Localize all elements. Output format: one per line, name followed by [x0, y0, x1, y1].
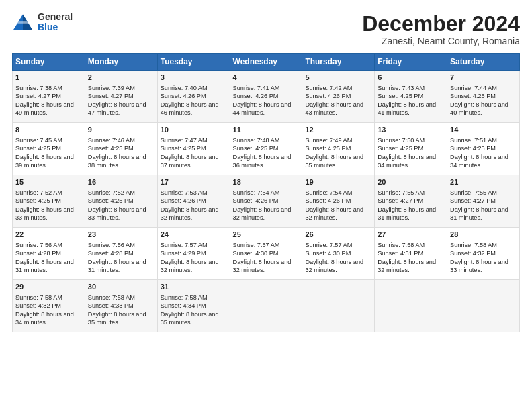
sunrise-label: Sunrise: 7:58 AM [88, 294, 135, 301]
sunset-label: Sunset: 4:25 PM [378, 145, 423, 152]
day-number: 23 [88, 230, 154, 240]
day-cell-2: 2Sunrise: 7:39 AMSunset: 4:27 PMDaylight… [85, 71, 157, 123]
day-number: 1 [15, 73, 82, 83]
empty-cell [302, 280, 375, 332]
col-header-tuesday: Tuesday [157, 54, 230, 71]
daylight-label: Daylight: 8 hours and 32 minutes. [161, 259, 219, 273]
sunset-label: Sunset: 4:26 PM [161, 197, 206, 204]
day-cell-28: 28Sunrise: 7:58 AMSunset: 4:32 PMDayligh… [447, 228, 520, 280]
daylight-label: Daylight: 8 hours and 38 minutes. [88, 154, 146, 169]
daylight-label: Daylight: 8 hours and 36 minutes. [233, 154, 292, 169]
daylight-label: Daylight: 8 hours and 32 minutes. [161, 206, 219, 221]
day-cell-13: 13Sunrise: 7:50 AMSunset: 4:25 PMDayligh… [375, 123, 447, 175]
day-cell-29: 29Sunrise: 7:58 AMSunset: 4:32 PMDayligh… [13, 280, 85, 332]
sunset-label: Sunset: 4:26 PM [161, 93, 206, 99]
day-number: 24 [161, 230, 227, 240]
daylight-label: Daylight: 8 hours and 35 minutes. [161, 311, 219, 326]
sunrise-label: Sunrise: 7:54 AM [233, 189, 280, 196]
week-row-4: 22Sunrise: 7:56 AMSunset: 4:28 PMDayligh… [13, 228, 520, 280]
day-cell-30: 30Sunrise: 7:58 AMSunset: 4:33 PMDayligh… [85, 280, 157, 332]
day-number: 10 [161, 125, 227, 135]
sunset-label: Sunset: 4:30 PM [305, 250, 351, 257]
day-cell-24: 24Sunrise: 7:57 AMSunset: 4:29 PMDayligh… [157, 228, 230, 280]
sunset-label: Sunset: 4:26 PM [305, 93, 351, 99]
sunrise-label: Sunrise: 7:39 AM [88, 85, 135, 91]
col-header-saturday: Saturday [447, 54, 520, 71]
daylight-label: Daylight: 8 hours and 32 minutes. [233, 206, 292, 221]
title-block: December 2024 Zanesti, Neamt County, Rom… [362, 12, 520, 46]
day-cell-9: 9Sunrise: 7:46 AMSunset: 4:25 PMDaylight… [85, 123, 157, 175]
day-number: 11 [233, 125, 300, 135]
sunset-label: Sunset: 4:32 PM [15, 302, 61, 309]
sunset-label: Sunset: 4:31 PM [378, 250, 423, 257]
sunset-label: Sunset: 4:26 PM [233, 93, 279, 99]
day-number: 12 [305, 125, 371, 135]
day-number: 15 [15, 177, 82, 187]
daylight-label: Daylight: 8 hours and 34 minutes. [450, 154, 508, 169]
day-number: 16 [88, 177, 154, 187]
daylight-label: Daylight: 8 hours and 31 minutes. [88, 259, 146, 273]
page: General Blue December 2024 Zanesti, Neam… [0, 0, 532, 411]
day-cell-16: 16Sunrise: 7:52 AMSunset: 4:25 PMDayligh… [85, 175, 157, 228]
day-number: 22 [15, 230, 82, 240]
daylight-label: Daylight: 8 hours and 32 minutes. [233, 259, 292, 273]
sunset-label: Sunset: 4:27 PM [88, 93, 134, 99]
sunrise-label: Sunrise: 7:43 AM [378, 85, 425, 91]
sunrise-label: Sunrise: 7:55 AM [450, 189, 497, 196]
daylight-label: Daylight: 8 hours and 33 minutes. [88, 206, 146, 221]
week-row-1: 1Sunrise: 7:38 AMSunset: 4:27 PMDaylight… [13, 71, 520, 123]
day-number: 29 [15, 282, 82, 292]
sunset-label: Sunset: 4:25 PM [305, 145, 351, 152]
day-number: 9 [88, 125, 154, 135]
day-cell-20: 20Sunrise: 7:55 AMSunset: 4:27 PMDayligh… [375, 175, 447, 228]
logo-text: General Blue [38, 12, 73, 33]
sunrise-label: Sunrise: 7:47 AM [161, 137, 208, 144]
sunrise-label: Sunrise: 7:46 AM [88, 137, 135, 144]
day-number: 8 [15, 125, 82, 135]
sunset-label: Sunset: 4:25 PM [233, 145, 279, 152]
day-number: 27 [378, 230, 444, 240]
sunrise-label: Sunrise: 7:55 AM [378, 189, 425, 196]
day-number: 30 [88, 282, 154, 292]
sunrise-label: Sunrise: 7:57 AM [305, 242, 352, 248]
day-cell-11: 11Sunrise: 7:48 AMSunset: 4:25 PMDayligh… [230, 123, 302, 175]
week-row-5: 29Sunrise: 7:58 AMSunset: 4:32 PMDayligh… [13, 280, 520, 332]
sunset-label: Sunset: 4:25 PM [88, 197, 134, 204]
daylight-label: Daylight: 8 hours and 34 minutes. [15, 311, 74, 326]
day-cell-18: 18Sunrise: 7:54 AMSunset: 4:26 PMDayligh… [230, 175, 302, 228]
daylight-label: Daylight: 8 hours and 34 minutes. [378, 154, 436, 169]
location-subtitle: Zanesti, Neamt County, Romania [362, 36, 520, 46]
daylight-label: Daylight: 8 hours and 41 minutes. [378, 101, 436, 116]
daylight-label: Daylight: 8 hours and 46 minutes. [161, 101, 219, 116]
sunset-label: Sunset: 4:27 PM [15, 93, 61, 99]
day-number: 6 [378, 73, 444, 83]
day-cell-6: 6Sunrise: 7:43 AMSunset: 4:25 PMDaylight… [375, 71, 447, 123]
day-number: 31 [161, 282, 227, 292]
sunset-label: Sunset: 4:26 PM [233, 197, 279, 204]
week-row-2: 8Sunrise: 7:45 AMSunset: 4:25 PMDaylight… [13, 123, 520, 175]
day-cell-22: 22Sunrise: 7:56 AMSunset: 4:28 PMDayligh… [13, 228, 85, 280]
day-cell-10: 10Sunrise: 7:47 AMSunset: 4:25 PMDayligh… [157, 123, 230, 175]
sunset-label: Sunset: 4:25 PM [450, 93, 496, 99]
day-number: 2 [88, 73, 154, 83]
daylight-label: Daylight: 8 hours and 37 minutes. [161, 154, 219, 169]
sunset-label: Sunset: 4:29 PM [161, 250, 206, 257]
daylight-label: Daylight: 8 hours and 33 minutes. [15, 206, 74, 221]
day-cell-21: 21Sunrise: 7:55 AMSunset: 4:27 PMDayligh… [447, 175, 520, 228]
daylight-label: Daylight: 8 hours and 43 minutes. [305, 101, 363, 116]
svg-rect-2 [17, 22, 29, 24]
day-cell-12: 12Sunrise: 7:49 AMSunset: 4:25 PMDayligh… [302, 123, 375, 175]
sunrise-label: Sunrise: 7:58 AM [161, 294, 208, 301]
daylight-label: Daylight: 8 hours and 33 minutes. [450, 259, 508, 273]
sunrise-label: Sunrise: 7:50 AM [378, 137, 425, 144]
sunrise-label: Sunrise: 7:58 AM [378, 242, 425, 248]
sunrise-label: Sunrise: 7:38 AM [15, 85, 62, 91]
sunrise-label: Sunrise: 7:57 AM [161, 242, 208, 248]
daylight-label: Daylight: 8 hours and 44 minutes. [233, 101, 292, 116]
sunrise-label: Sunrise: 7:41 AM [233, 85, 280, 91]
sunrise-label: Sunrise: 7:56 AM [88, 242, 135, 248]
daylight-label: Daylight: 8 hours and 39 minutes. [15, 154, 74, 169]
sunrise-label: Sunrise: 7:44 AM [450, 85, 497, 91]
day-cell-19: 19Sunrise: 7:54 AMSunset: 4:26 PMDayligh… [302, 175, 375, 228]
day-cell-31: 31Sunrise: 7:58 AMSunset: 4:34 PMDayligh… [157, 280, 230, 332]
